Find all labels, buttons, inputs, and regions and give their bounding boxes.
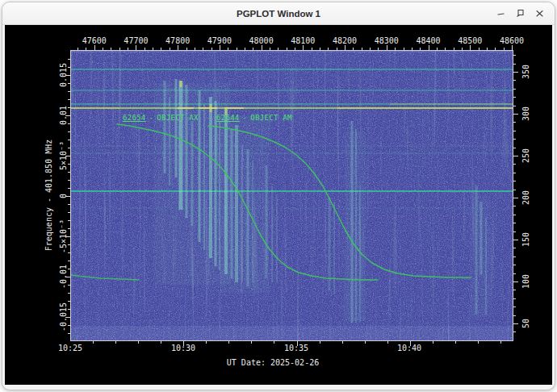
spectrogram-image [71, 51, 513, 340]
axis-tick [68, 212, 70, 213]
axis-tick [68, 123, 70, 124]
object-id-ax: 62654 [123, 114, 146, 122]
minimize-icon [496, 9, 505, 18]
axis-tick [387, 341, 388, 344]
edge-bands-item [71, 326, 513, 340]
top-axis-label: 48200 [333, 36, 357, 45]
axis-tick [68, 261, 70, 261]
axis-tick [420, 48, 421, 50]
axis-tick [65, 115, 70, 116]
axis-tick [455, 341, 456, 344]
axis-tick [65, 196, 70, 197]
axis-tick [274, 341, 274, 344]
object-sep-am: - [243, 114, 248, 122]
axis-tick [206, 341, 207, 344]
axis-tick [513, 290, 516, 290]
axis-tick [68, 293, 70, 294]
axis-tick [86, 48, 86, 50]
axis-tick [365, 341, 366, 344]
top-axis-label: 48300 [375, 36, 399, 45]
axis-tick [513, 240, 518, 240]
edge-bands-item [71, 51, 513, 52]
axis-tick [68, 309, 70, 310]
axis-tick [153, 48, 153, 50]
axis-tick [320, 341, 320, 344]
axis-tick [513, 114, 518, 115]
axis-tick [342, 341, 343, 344]
axis-tick [495, 48, 496, 50]
axis-tick [454, 48, 454, 50]
axis-tick [320, 48, 320, 50]
axis-tick [312, 48, 312, 50]
top-axis-label: 48000 [249, 36, 274, 45]
axis-tick [68, 67, 70, 68]
axis-tick [65, 317, 70, 318]
axis-tick [103, 48, 103, 50]
bottom-axis-label: 10:25 [58, 344, 82, 352]
axis-tick [513, 181, 516, 181]
axis-tick [94, 45, 95, 50]
axis-tick [513, 298, 516, 299]
right-axis-label: 250 [521, 148, 530, 163]
maximize-icon [516, 9, 525, 18]
axis-tick [65, 75, 70, 76]
axis-tick [68, 252, 70, 253]
axis-tick [410, 341, 411, 346]
axis-tick [68, 172, 70, 173]
axis-tick [513, 273, 516, 274]
axis-tick [387, 45, 387, 50]
axis-tick [183, 341, 184, 346]
axis-tick [337, 48, 337, 50]
axis-tick [353, 48, 354, 50]
axis-tick [513, 281, 518, 282]
axis-tick [186, 48, 187, 50]
axis-tick [68, 164, 70, 165]
pgplot-window: PGPLOT Window 1 [0, 0, 557, 392]
axis-tick [68, 269, 70, 269]
axis-tick [65, 277, 70, 277]
close-button[interactable] [534, 8, 545, 19]
axis-tick [513, 190, 516, 190]
axis-tick [68, 59, 70, 60]
top-axis-label: 48600 [500, 36, 524, 45]
top-axis-label: 48100 [291, 36, 315, 45]
axis-tick [136, 45, 136, 50]
axis-tick [68, 148, 70, 148]
object-name-am: OBJECT AM [250, 114, 291, 122]
axis-tick [512, 45, 513, 50]
axis-tick [228, 341, 229, 344]
axis-tick [211, 48, 212, 50]
axis-tick [433, 341, 433, 344]
axis-tick [144, 48, 145, 50]
axis-tick [295, 48, 295, 50]
axis-tick [513, 248, 516, 248]
axis-tick [395, 48, 396, 50]
axis-tick [68, 99, 70, 100]
axis-tick [203, 48, 203, 50]
axis-tick [228, 48, 228, 50]
object-name-ax: OBJECT AX [157, 114, 198, 122]
right-axis-label: 150 [521, 232, 530, 247]
axis-tick [68, 204, 70, 205]
axis-tick [68, 228, 70, 229]
object-id-am: 62644 [216, 114, 240, 122]
axis-tick [119, 48, 120, 50]
minimize-button[interactable] [496, 8, 506, 19]
axis-tick [303, 45, 304, 50]
axis-tick [161, 341, 161, 344]
maximize-button[interactable] [515, 8, 526, 19]
axis-tick [237, 48, 237, 50]
window-titlebar[interactable]: PGPLOT Window 1 [2, 2, 555, 25]
axis-tick [115, 341, 116, 344]
axis-tick [513, 198, 518, 198]
axis-tick [513, 164, 516, 165]
axis-tick [404, 48, 404, 50]
axis-tick [68, 83, 70, 84]
axis-tick [262, 45, 262, 50]
right-axis-label: 50 [521, 319, 530, 328]
axis-tick [362, 48, 362, 50]
y-axis-title: Frequency - 401.850 MHz [44, 140, 53, 251]
axis-tick [470, 45, 471, 50]
axis-tick [68, 180, 70, 181]
axis-tick [513, 148, 516, 148]
